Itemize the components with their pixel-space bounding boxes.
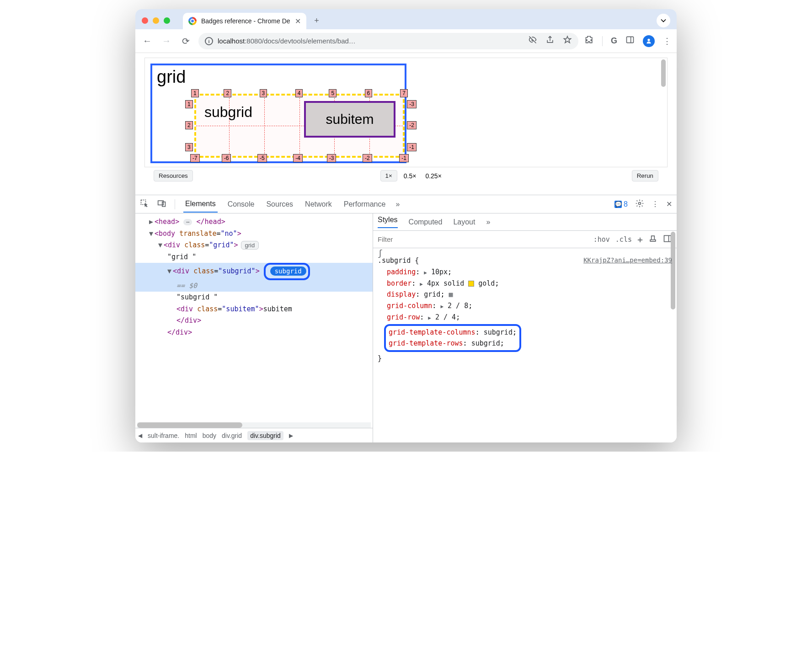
css-close-brace: }	[378, 354, 382, 362]
rerun-button[interactable]: Rerun	[632, 170, 658, 181]
crumb-iframe[interactable]: sult-iframe.	[148, 432, 179, 439]
close-tab-button[interactable]: ✕	[295, 17, 301, 26]
dom-node-head[interactable]: ▶<head> ⋯ </head>	[135, 216, 373, 228]
new-rule-icon[interactable]: +	[637, 234, 643, 245]
devtools-panel: Elements Console Sources Network Perform…	[135, 195, 677, 442]
color-swatch-gold[interactable]	[468, 281, 474, 287]
dom-node-body[interactable]: ▼<body translate="no">	[135, 228, 373, 240]
zoom-025x-button[interactable]: 0.25×	[422, 172, 444, 180]
crumb-right-icon[interactable]: ▶	[289, 432, 293, 439]
svg-rect-5	[664, 235, 671, 241]
issues-badge[interactable]: 💬 8	[614, 200, 628, 208]
zoom-1x-button[interactable]: 1×	[380, 170, 397, 181]
share-icon[interactable]	[545, 35, 555, 47]
url-text: localhost:8080/docs/devtools/elements/ba…	[218, 37, 356, 45]
sidepanel-icon[interactable]	[625, 35, 635, 47]
close-devtools-icon[interactable]: ✕	[666, 200, 672, 208]
new-tab-button[interactable]: +	[310, 14, 324, 27]
source-link[interactable]: KKrajpZ?ani…pe=embed:39	[583, 255, 672, 266]
dom-node-subgrid-selected[interactable]: ▼<div class="subgrid"> subgrid	[135, 263, 373, 280]
crumb-grid[interactable]: div.grid	[222, 432, 242, 439]
dom-close-div[interactable]: </div>	[135, 327, 373, 339]
site-info-icon[interactable]: i	[205, 37, 213, 45]
grid-line-number: -4	[293, 154, 303, 162]
menu-icon[interactable]: ⋮	[663, 36, 671, 46]
more-tabs-icon[interactable]: »	[395, 200, 400, 208]
chrome-favicon	[188, 17, 197, 25]
maximize-window-button[interactable]	[164, 17, 170, 24]
tab-computed[interactable]: Computed	[409, 218, 443, 226]
close-window-button[interactable]	[142, 17, 148, 24]
grid-line-number: 3	[260, 89, 267, 97]
crumb-subgrid[interactable]: div.subgrid	[247, 431, 283, 440]
subgrid-props-highlight: grid-template-columns: subgrid; grid-tem…	[384, 324, 521, 352]
viewport-scrollbar[interactable]	[661, 59, 666, 87]
dom-horizontal-scrollbar[interactable]	[137, 422, 371, 428]
tab-sources[interactable]: Sources	[264, 197, 295, 212]
dom-node-grid[interactable]: ▼<div class="grid">grid	[135, 240, 373, 251]
subgrid-badge[interactable]: subgrid	[270, 266, 306, 276]
dom-close-div[interactable]: </div>	[135, 315, 373, 327]
tab-performance[interactable]: Performance	[342, 197, 388, 212]
css-prop-border[interactable]: border: ▶ 4px solid gold;	[378, 278, 672, 289]
tab-styles[interactable]: Styles	[378, 216, 398, 228]
grid-line-number: -1	[407, 143, 417, 151]
tab-console[interactable]: Console	[226, 197, 256, 212]
dom-text-subgrid[interactable]: "subgrid "	[135, 292, 373, 304]
crumb-left-icon[interactable]: ◀	[138, 432, 142, 439]
grid-line-number: 7	[400, 89, 408, 97]
address-bar[interactable]: i localhost:8080/docs/devtools/elements/…	[198, 33, 578, 49]
grid-editor-icon[interactable]: ▦	[449, 290, 453, 298]
google-icon[interactable]: G	[611, 36, 617, 46]
grid-badge[interactable]: grid	[241, 241, 259, 250]
back-button[interactable]: ←	[141, 36, 154, 46]
profile-avatar[interactable]	[643, 35, 655, 47]
grid-line-number: -5	[257, 154, 267, 162]
tab-elements[interactable]: Elements	[183, 196, 218, 213]
css-selector[interactable]: .subgrid {	[378, 256, 419, 265]
hov-button[interactable]: :hov	[593, 235, 610, 244]
zoom-05x-button[interactable]: 0.5×	[401, 172, 419, 180]
css-prop-grid-row[interactable]: grid-row: ▶ 2 / 4;	[378, 312, 672, 323]
device-icon[interactable]	[157, 199, 166, 210]
browser-tab[interactable]: Badges reference - Chrome De ✕	[183, 13, 306, 29]
tab-network[interactable]: Network	[303, 197, 334, 212]
reload-button[interactable]: ⟳	[179, 36, 192, 47]
css-prop-display[interactable]: display: grid; ▦	[378, 289, 672, 300]
inspect-icon[interactable]	[140, 199, 149, 210]
dom-node-subitem[interactable]: <div class="subitem">subitem	[135, 304, 373, 315]
more-tabs-icon[interactable]: »	[486, 218, 490, 226]
brush-icon[interactable]	[648, 234, 657, 245]
forward-button[interactable]: →	[160, 36, 173, 46]
styles-filter-bar: :hov .cls +	[373, 231, 677, 248]
eye-off-icon[interactable]	[528, 35, 537, 47]
grid-line-number: 3	[185, 143, 193, 151]
css-prop-gtr[interactable]: grid-template-rows: subgrid;	[389, 338, 517, 349]
grid-line-number: 6	[365, 89, 373, 97]
grid-text: grid	[152, 65, 405, 89]
tab-search-button[interactable]	[657, 14, 670, 27]
styles-filter-input[interactable]	[373, 235, 593, 243]
tab-layout[interactable]: Layout	[453, 218, 475, 226]
elements-dom-tree[interactable]: ▶<head> ⋯ </head> ▼<body translate="no">…	[135, 213, 373, 442]
grid-line-number: 4	[295, 89, 303, 97]
crumb-body[interactable]: body	[203, 432, 216, 439]
css-prop-gtc[interactable]: grid-template-columns: subgrid;	[389, 327, 517, 338]
css-prop-padding[interactable]: padding: ▶ 10px;	[378, 266, 672, 278]
separator	[602, 36, 603, 46]
cls-button[interactable]: .cls	[615, 235, 632, 244]
kebab-icon[interactable]: ⋮	[652, 200, 659, 208]
settings-icon[interactable]	[635, 199, 644, 210]
styles-rules[interactable]: ʃ .subgrid {KKrajpZ?ani…pe=embed:39 padd…	[373, 248, 677, 442]
crumb-html[interactable]: html	[185, 432, 197, 439]
css-prop-grid-column[interactable]: grid-column: ▶ 2 / 8;	[378, 300, 672, 312]
dom-text-grid[interactable]: "grid "	[135, 251, 373, 263]
star-icon[interactable]	[563, 35, 572, 47]
extensions-icon[interactable]	[585, 35, 594, 47]
minimize-window-button[interactable]	[153, 17, 159, 24]
window-tab-bar: Badges reference - Chrome De ✕ +	[135, 9, 677, 29]
resources-button[interactable]: Resources	[154, 170, 193, 181]
grid-line-number: -2	[363, 154, 372, 162]
breadcrumb: ◀ sult-iframe. html body div.grid div.su…	[135, 428, 373, 442]
grid-line-number: 2	[224, 89, 231, 97]
